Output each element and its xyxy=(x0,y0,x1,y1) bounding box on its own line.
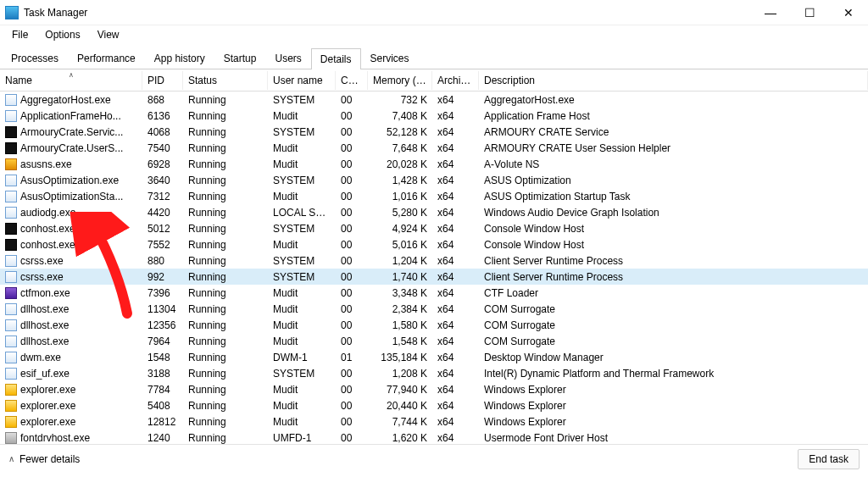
process-status: Running xyxy=(183,351,268,364)
table-row[interactable]: ApplicationFrameHo...6136RunningMudit007… xyxy=(0,108,868,124)
process-cpu: 01 xyxy=(336,351,368,364)
tab-startup[interactable]: Startup xyxy=(214,47,266,69)
col-mem[interactable]: Memory (a... xyxy=(368,71,432,90)
table-row[interactable]: ctfmon.exe7396RunningMudit003,348 Kx64CT… xyxy=(0,285,868,301)
table-row[interactable]: dllhost.exe12356RunningMudit001,580 Kx64… xyxy=(0,317,868,333)
process-cpu: 00 xyxy=(336,254,368,268)
process-icon xyxy=(5,239,17,251)
tab-apphistory[interactable]: App history xyxy=(145,47,214,69)
table-row[interactable]: audiodg.exe4420RunningLOCAL SE...005,280… xyxy=(0,204,868,220)
table-row[interactable]: dllhost.exe7964RunningMudit001,548 Kx64C… xyxy=(0,333,868,349)
process-mem: 1,204 K xyxy=(368,254,432,268)
table-row[interactable]: AsusOptimization.exe3640RunningSYSTEM001… xyxy=(0,172,868,188)
process-pid: 7552 xyxy=(142,238,183,252)
process-user: Mudit xyxy=(268,399,336,413)
process-desc: COM Surrogate xyxy=(479,319,868,332)
table-row[interactable]: explorer.exe5408RunningMudit0020,440 Kx6… xyxy=(0,397,868,413)
table-row[interactable]: ArmouryCrate.Servic...4068RunningSYSTEM0… xyxy=(0,124,868,140)
tab-details[interactable]: Details xyxy=(311,48,361,69)
process-desc: Application Frame Host xyxy=(479,109,868,123)
process-arch: x64 xyxy=(432,158,479,171)
col-pid[interactable]: PID xyxy=(142,71,183,90)
col-arch[interactable]: Archite... xyxy=(432,71,479,90)
process-name: dllhost.exe xyxy=(20,319,69,331)
process-desc: CTF Loader xyxy=(479,286,868,300)
minimize-button[interactable]: — xyxy=(751,0,790,25)
table-row[interactable]: fontdrvhost.exe1240RunningUMFD-1001,620 … xyxy=(0,430,868,444)
process-icon xyxy=(5,142,17,154)
tab-users[interactable]: Users xyxy=(265,47,310,69)
table-row[interactable]: explorer.exe7784RunningMudit0077,940 Kx6… xyxy=(0,381,868,397)
process-name: dllhost.exe xyxy=(20,303,69,315)
process-user: Mudit xyxy=(268,109,336,123)
table-row[interactable]: conhost.exe5012RunningSYSTEM004,924 Kx64… xyxy=(0,220,868,236)
process-arch: x64 xyxy=(432,270,479,284)
close-button[interactable]: ✕ xyxy=(829,0,868,25)
col-cpu[interactable]: CPU xyxy=(336,71,368,90)
table-row[interactable]: dllhost.exe11304RunningMudit002,384 Kx64… xyxy=(0,301,868,317)
tab-processes[interactable]: Processes xyxy=(2,47,68,69)
process-name: conhost.exe xyxy=(20,223,75,235)
maximize-button[interactable]: ☐ xyxy=(790,0,829,25)
process-desc: Windows Audio Device Graph Isolation xyxy=(479,206,868,219)
process-user: SYSTEM xyxy=(268,222,336,236)
process-table[interactable]: Name∧ PID Status User name CPU Memory (a… xyxy=(0,69,868,444)
process-status: Running xyxy=(183,270,268,284)
process-status: Running xyxy=(183,158,268,171)
process-user: Mudit xyxy=(268,415,336,429)
process-status: Running xyxy=(183,238,268,252)
process-mem: 7,648 K xyxy=(368,141,432,155)
process-desc: Client Server Runtime Process xyxy=(479,254,868,268)
table-row[interactable]: AggregatorHost.exe868RunningSYSTEM00732 … xyxy=(0,92,868,108)
process-mem: 1,580 K xyxy=(368,319,432,332)
app-icon xyxy=(5,6,19,19)
end-task-button[interactable]: End task xyxy=(798,449,860,469)
process-icon xyxy=(5,319,17,331)
process-icon xyxy=(5,352,17,363)
col-name[interactable]: Name∧ xyxy=(0,71,142,90)
table-row[interactable]: ArmouryCrate.UserS...7540RunningMudit007… xyxy=(0,140,868,156)
process-pid: 6136 xyxy=(142,109,183,123)
process-mem: 2,384 K xyxy=(368,302,432,316)
table-row[interactable]: asusns.exe6928RunningMudit0020,028 Kx64A… xyxy=(0,156,868,172)
process-icon xyxy=(5,336,17,347)
process-cpu: 00 xyxy=(336,302,368,316)
sort-indicator-icon: ∧ xyxy=(69,71,74,79)
process-icon xyxy=(5,223,17,235)
table-row[interactable]: explorer.exe12812RunningMudit007,744 Kx6… xyxy=(0,413,868,430)
process-arch: x64 xyxy=(432,93,479,107)
process-desc: Usermode Font Driver Host xyxy=(479,431,868,445)
table-row[interactable]: conhost.exe7552RunningMudit005,016 Kx64C… xyxy=(0,236,868,252)
process-user: UMFD-1 xyxy=(268,431,336,445)
process-status: Running xyxy=(183,93,268,107)
process-name: conhost.exe xyxy=(20,239,75,251)
process-status: Running xyxy=(183,222,268,236)
process-name: dwm.exe xyxy=(20,352,61,363)
process-status: Running xyxy=(183,399,268,413)
table-row[interactable]: AsusOptimizationSta...7312RunningMudit00… xyxy=(0,188,868,204)
fewer-details-toggle[interactable]: ∧ Fewer details xyxy=(8,453,80,465)
menu-file[interactable]: File xyxy=(3,27,36,42)
menu-view[interactable]: View xyxy=(89,27,128,42)
process-status: Running xyxy=(183,431,268,445)
process-icon xyxy=(5,432,17,444)
process-pid: 7312 xyxy=(142,190,183,203)
process-cpu: 00 xyxy=(336,141,368,155)
table-row[interactable]: dwm.exe1548RunningDWM-101135,184 Kx64Des… xyxy=(0,349,868,365)
col-status[interactable]: Status xyxy=(183,71,268,90)
table-row[interactable]: esif_uf.exe3188RunningSYSTEM001,208 Kx64… xyxy=(0,365,868,381)
table-row[interactable]: csrss.exe992RunningSYSTEM001,740 Kx64Cli… xyxy=(0,269,868,285)
process-arch: x64 xyxy=(432,367,479,380)
process-desc: Windows Explorer xyxy=(479,383,868,396)
menu-options[interactable]: Options xyxy=(36,27,88,42)
col-desc[interactable]: Description xyxy=(479,71,868,90)
tab-performance[interactable]: Performance xyxy=(68,47,145,69)
process-user: Mudit xyxy=(268,383,336,396)
table-row[interactable]: csrss.exe880RunningSYSTEM001,204 Kx64Cli… xyxy=(0,252,868,269)
process-mem: 732 K xyxy=(368,93,432,107)
process-pid: 7396 xyxy=(142,286,183,300)
process-name: ArmouryCrate.UserS... xyxy=(20,142,123,154)
col-user[interactable]: User name xyxy=(268,71,336,90)
tab-services[interactable]: Services xyxy=(361,47,419,69)
process-icon xyxy=(5,191,17,202)
